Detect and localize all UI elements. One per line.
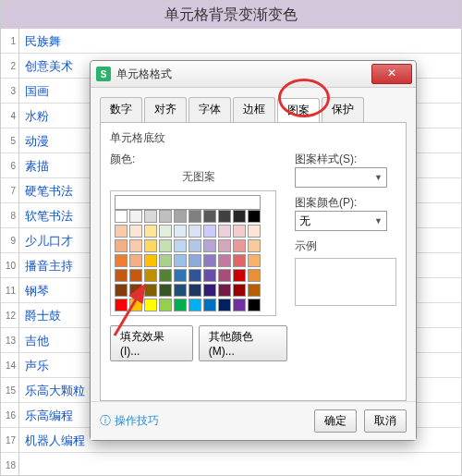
dialog-title: 单元格格式 — [116, 67, 172, 82]
color-swatch[interactable] — [174, 284, 187, 297]
color-swatch[interactable] — [233, 299, 246, 311]
tab-保护[interactable]: 保护 — [322, 97, 364, 122]
color-swatch[interactable] — [159, 269, 172, 282]
color-swatch[interactable] — [144, 269, 157, 282]
sheet-header: 单元格背景变渐变色 — [1, 1, 461, 30]
color-swatch[interactable] — [115, 254, 128, 267]
color-swatch[interactable] — [115, 284, 128, 297]
tab-图案[interactable]: 图案 — [277, 98, 320, 123]
color-swatch[interactable] — [218, 239, 231, 252]
color-swatch[interactable] — [144, 239, 157, 252]
row-number: 16 — [1, 403, 19, 428]
color-swatch[interactable] — [233, 210, 246, 223]
color-swatch[interactable] — [233, 254, 246, 267]
color-swatch[interactable] — [115, 269, 128, 282]
color-swatch[interactable] — [129, 254, 142, 267]
color-swatch[interactable] — [188, 299, 201, 311]
color-swatch[interactable] — [188, 269, 201, 282]
color-swatch[interactable] — [188, 225, 201, 238]
color-swatch[interactable] — [248, 299, 261, 311]
color-swatch[interactable] — [159, 210, 172, 223]
color-swatch[interactable] — [174, 299, 187, 311]
color-swatch[interactable] — [218, 299, 231, 311]
color-swatch[interactable] — [129, 269, 142, 282]
section-heading: 单元格底纹 — [110, 130, 396, 146]
color-swatch[interactable] — [129, 210, 142, 223]
color-swatch[interactable] — [233, 239, 246, 252]
color-swatch[interactable] — [203, 284, 216, 297]
dialog-tabs: 数字对齐字体边框图案保护 — [91, 88, 416, 122]
color-swatch[interactable] — [174, 210, 187, 223]
color-swatch[interactable] — [218, 269, 231, 282]
color-swatch[interactable] — [159, 299, 172, 311]
pattern-color-select[interactable]: 无 ▼ — [295, 211, 387, 231]
cancel-button[interactable]: 取消 — [364, 409, 407, 433]
color-swatch[interactable] — [115, 239, 128, 252]
color-swatch[interactable] — [159, 239, 172, 252]
row-number: 9 — [1, 228, 19, 253]
color-swatch[interactable] — [203, 239, 216, 252]
tab-字体[interactable]: 字体 — [188, 97, 231, 122]
color-swatch[interactable] — [203, 225, 216, 238]
color-swatch[interactable] — [129, 299, 142, 311]
color-swatch[interactable] — [159, 225, 172, 238]
color-swatch[interactable] — [188, 284, 201, 297]
ok-button[interactable]: 确定 — [314, 409, 357, 433]
color-swatch[interactable] — [248, 239, 261, 252]
color-swatch[interactable] — [129, 239, 142, 252]
no-color-swatch[interactable] — [115, 195, 261, 210]
color-swatch[interactable] — [144, 299, 157, 311]
color-swatch[interactable] — [203, 269, 216, 282]
other-color-button[interactable]: 其他颜色(M)... — [199, 325, 287, 361]
tab-边框[interactable]: 边框 — [233, 97, 275, 122]
color-swatch[interactable] — [218, 210, 231, 223]
color-swatch[interactable] — [144, 254, 157, 267]
color-swatch[interactable] — [233, 284, 246, 297]
close-button[interactable]: ✕ — [371, 64, 412, 84]
color-swatch[interactable] — [188, 254, 201, 267]
color-swatch[interactable] — [188, 239, 201, 252]
color-swatch[interactable] — [144, 284, 157, 297]
fill-effect-button[interactable]: 填充效果(I)... — [110, 325, 193, 361]
color-swatch[interactable] — [115, 299, 128, 311]
color-swatch[interactable] — [129, 284, 142, 297]
pattern-style-select[interactable]: ▼ — [295, 167, 387, 188]
color-swatch[interactable] — [174, 239, 187, 252]
color-swatch[interactable] — [248, 225, 261, 238]
color-swatch[interactable] — [159, 284, 172, 297]
color-swatch[interactable] — [218, 254, 231, 267]
color-swatch[interactable] — [129, 225, 142, 238]
dialog-footer: ⓘ 操作技巧 确定 取消 — [91, 401, 416, 440]
color-swatch[interactable] — [144, 225, 157, 238]
tips-link[interactable]: ⓘ 操作技巧 — [100, 413, 159, 429]
color-swatch[interactable] — [174, 254, 187, 267]
pattern-style-label: 图案样式(S): — [295, 152, 396, 167]
row-number: 4 — [1, 104, 19, 128]
color-swatch[interactable] — [218, 284, 231, 297]
color-swatch[interactable] — [248, 284, 261, 297]
info-icon: ⓘ — [100, 413, 111, 429]
color-swatch[interactable] — [174, 269, 187, 282]
color-swatch[interactable] — [203, 254, 216, 267]
cell[interactable]: 民族舞 — [19, 29, 461, 54]
tab-对齐[interactable]: 对齐 — [144, 97, 187, 122]
color-swatch[interactable] — [203, 299, 216, 311]
color-swatch[interactable] — [218, 225, 231, 238]
color-swatch[interactable] — [115, 210, 128, 223]
color-swatch[interactable] — [188, 210, 201, 223]
color-swatch[interactable] — [159, 254, 172, 267]
dialog-titlebar[interactable]: S 单元格格式 ✕ — [91, 61, 416, 88]
color-swatch[interactable] — [248, 269, 261, 282]
chevron-down-icon: ▼ — [374, 173, 383, 182]
color-swatch[interactable] — [174, 225, 187, 238]
color-swatch[interactable] — [248, 210, 261, 223]
color-swatch[interactable] — [248, 254, 261, 267]
color-swatch[interactable] — [233, 269, 246, 282]
cell[interactable] — [19, 453, 461, 476]
row-number: 1 — [1, 29, 19, 54]
color-swatch[interactable] — [233, 225, 246, 238]
tab-数字[interactable]: 数字 — [100, 97, 142, 122]
color-swatch[interactable] — [115, 225, 128, 238]
color-swatch[interactable] — [203, 210, 216, 223]
color-swatch[interactable] — [144, 210, 157, 223]
